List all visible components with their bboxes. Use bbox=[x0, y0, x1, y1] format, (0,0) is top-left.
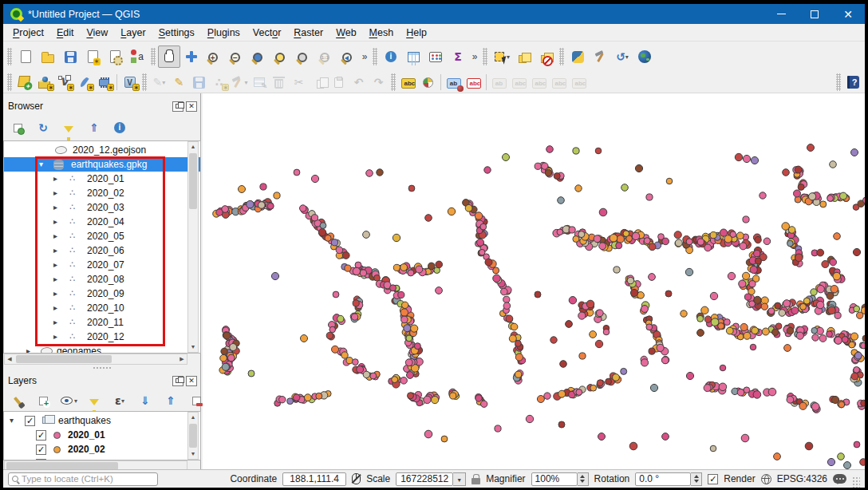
toolbar-grip[interactable] bbox=[7, 73, 12, 91]
open-layer-styling-icon[interactable] bbox=[6, 389, 29, 412]
layer-item-earthquakes[interactable]: ▾✓earthquakes bbox=[4, 413, 200, 428]
save-project-icon[interactable] bbox=[59, 45, 81, 68]
browser-close-button[interactable]: ✕ bbox=[186, 101, 197, 112]
filter-by-expression-icon[interactable]: ε▾ bbox=[108, 389, 131, 412]
add-group-icon[interactable] bbox=[32, 389, 54, 412]
scale-value[interactable]: 167228512 bbox=[396, 472, 453, 486]
scroll-up-arrow[interactable]: ▲ bbox=[188, 413, 198, 422]
help-icon[interactable] bbox=[843, 73, 863, 92]
expander-icon[interactable]: ▾ bbox=[10, 413, 14, 428]
identify-features-icon[interactable] bbox=[380, 45, 402, 68]
menu-edit[interactable]: Edit bbox=[50, 26, 81, 40]
move-label-icon[interactable]: abc bbox=[529, 73, 549, 92]
new-spatialite-layer-icon[interactable]: ✶ bbox=[94, 73, 114, 92]
expander-icon[interactable]: ▸ bbox=[53, 186, 57, 200]
chevron-down-icon[interactable]: ▾ bbox=[244, 79, 247, 86]
pan-to-selection-icon[interactable] bbox=[180, 45, 203, 68]
spinner-arrows[interactable] bbox=[691, 472, 702, 486]
save-layer-edits-icon[interactable] bbox=[189, 73, 209, 92]
expander-icon[interactable]: ▸ bbox=[53, 272, 57, 286]
toolbar-grip[interactable] bbox=[142, 73, 147, 91]
new-virtual-layer-icon[interactable]: ✶ bbox=[120, 73, 140, 92]
chevron-down-icon[interactable]: ▾ bbox=[625, 53, 629, 61]
menu-project[interactable]: Project bbox=[6, 26, 50, 40]
change-label-icon[interactable]: abc bbox=[569, 73, 589, 92]
lock-scale-icon[interactable] bbox=[471, 478, 480, 484]
python-console-icon[interactable] bbox=[566, 45, 589, 68]
style-manager-icon[interactable]: a bbox=[126, 45, 148, 68]
browser-item-2020-09[interactable]: ▸∴2020_09 bbox=[4, 286, 200, 301]
browser-item-earthquakes-gpkg[interactable]: ▾earthquakes.gpkg bbox=[4, 157, 200, 172]
menu-plugins[interactable]: Plugins bbox=[201, 26, 247, 40]
highlight-pinned-labels-icon[interactable]: abc bbox=[464, 73, 483, 92]
zoom-full-icon[interactable] bbox=[247, 45, 270, 68]
browser-vertical-scrollbar[interactable]: ▲ ▼ bbox=[187, 141, 199, 353]
show-layout-manager-icon[interactable] bbox=[104, 45, 126, 68]
layers-vertical-scrollbar[interactable]: ▲ ▼ bbox=[187, 412, 199, 460]
cut-features-icon[interactable]: ✂ bbox=[289, 73, 309, 92]
layer-item-2020-01[interactable]: ✓2020_01 bbox=[4, 428, 200, 442]
scroll-down-arrow[interactable]: ▼ bbox=[188, 449, 198, 459]
refresh-browser-icon[interactable]: ↻ bbox=[32, 117, 54, 139]
menu-view[interactable]: View bbox=[80, 26, 114, 40]
browser-item-2020-02[interactable]: ▸∴2020_02 bbox=[4, 186, 200, 200]
current-edits-icon[interactable]: ✎▾ bbox=[149, 73, 169, 92]
layers-close-button[interactable]: ✕ bbox=[186, 376, 197, 386]
browser-float-button[interactable] bbox=[172, 101, 183, 112]
show-hide-labels-icon[interactable]: abc bbox=[509, 73, 529, 92]
close-button[interactable]: ✕ bbox=[831, 4, 865, 24]
toolbar-overflow-1[interactable]: » bbox=[359, 45, 370, 68]
collapse-all-layers-icon[interactable]: ⇑ bbox=[160, 389, 182, 412]
manage-visibility-icon[interactable]: ▾ bbox=[57, 389, 80, 412]
size-grip[interactable] bbox=[852, 476, 860, 488]
scale-combo[interactable]: 167228512 ▼ bbox=[396, 472, 466, 486]
crs-globe-icon[interactable] bbox=[761, 474, 771, 484]
toolbar-grip[interactable] bbox=[151, 48, 156, 65]
undo-redo-icon[interactable]: ↺▾ bbox=[611, 45, 633, 68]
menu-raster[interactable]: Raster bbox=[287, 26, 329, 40]
redo-icon[interactable]: ↷ bbox=[369, 73, 389, 92]
menu-layer[interactable]: Layer bbox=[114, 26, 152, 40]
browser-item-2020-06[interactable]: ▸∴2020_06 bbox=[4, 243, 200, 258]
layers-float-button[interactable] bbox=[172, 376, 183, 386]
modify-attributes-icon[interactable] bbox=[249, 73, 269, 92]
new-geopackage-layer-icon[interactable]: ✶ bbox=[34, 73, 54, 92]
expander-icon[interactable]: ▸ bbox=[53, 200, 57, 215]
browser-item-2020-08[interactable]: ▸∴2020_08 bbox=[4, 272, 200, 286]
rotation-value[interactable]: 0.0 ° bbox=[635, 472, 691, 486]
toolbar-grip[interactable] bbox=[373, 48, 377, 65]
messages-icon[interactable] bbox=[833, 474, 846, 484]
zoom-out-icon[interactable]: − bbox=[225, 45, 247, 68]
filter-browser-icon[interactable] bbox=[57, 117, 80, 139]
chevron-down-icon[interactable]: ▾ bbox=[162, 79, 165, 86]
map-canvas[interactable] bbox=[203, 93, 865, 469]
deselect-features-icon[interactable]: ▾ bbox=[535, 45, 557, 68]
render-checkbox[interactable]: ✓ bbox=[708, 474, 718, 484]
browser-item-2020-07[interactable]: ▸∴2020_07 bbox=[4, 258, 200, 272]
browser-item-2020-01[interactable]: ▸∴2020_01 bbox=[4, 172, 200, 186]
expander-icon[interactable]: ▸ bbox=[53, 229, 57, 243]
browser-item-2020-12-geojson[interactable]: 2020_12.geojson bbox=[4, 143, 200, 157]
filter-legend-icon[interactable] bbox=[83, 389, 105, 412]
coordinate-input[interactable]: 188.1,111.4 bbox=[282, 472, 346, 486]
browser-item-2020-11[interactable]: ▸∴2020_11 bbox=[4, 315, 200, 330]
delete-selected-icon[interactable] bbox=[269, 73, 289, 92]
zoom-in-icon[interactable]: + bbox=[203, 45, 225, 68]
add-point-feature-icon[interactable]: ∴✶ bbox=[209, 73, 229, 92]
pin-labels-icon[interactable]: ab bbox=[444, 73, 464, 92]
expander-icon[interactable]: ▸ bbox=[53, 301, 57, 315]
browser-item-geonames[interactable]: ▸geonames bbox=[4, 344, 200, 354]
vertex-tool-icon[interactable]: ▾ bbox=[229, 73, 249, 92]
new-geojson-layer-icon[interactable]: ✶ bbox=[74, 73, 94, 92]
toolbar-overflow-2[interactable]: » bbox=[469, 45, 480, 68]
expander-icon[interactable]: ▸ bbox=[53, 258, 57, 272]
select-features-icon[interactable]: ▾ bbox=[490, 45, 512, 68]
toggle-editing-icon[interactable]: ✎ bbox=[169, 73, 189, 92]
new-project-icon[interactable] bbox=[14, 45, 37, 68]
data-source-manager-icon[interactable] bbox=[14, 73, 34, 92]
layer-item-2020-02[interactable]: ✓2020_02 bbox=[4, 442, 200, 456]
scroll-right-arrow[interactable]: ▶ bbox=[177, 354, 187, 364]
pan-map-icon[interactable] bbox=[158, 45, 180, 68]
spinner-arrows[interactable] bbox=[578, 472, 589, 486]
browser-item-2020-03[interactable]: ▸∴2020_03 bbox=[4, 200, 200, 215]
